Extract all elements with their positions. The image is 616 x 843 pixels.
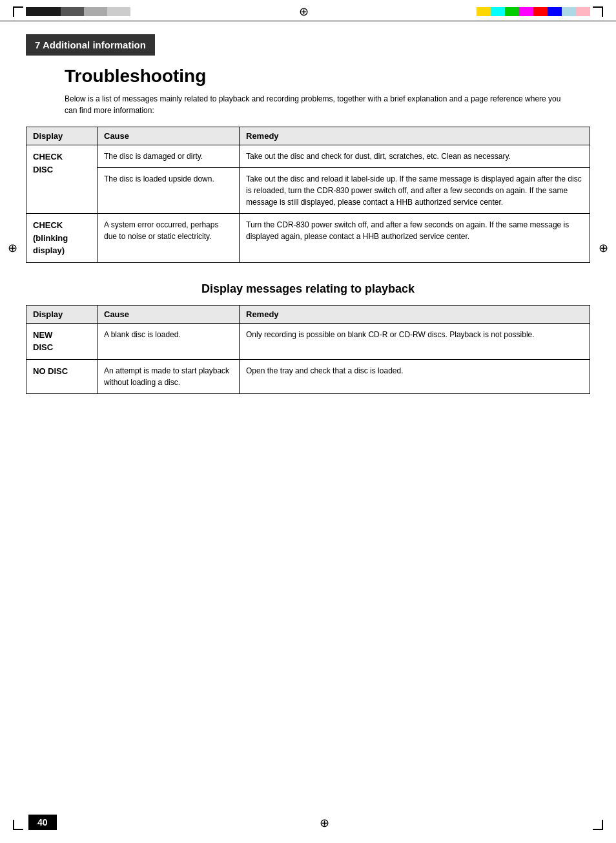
table2-header-display: Display <box>26 305 98 323</box>
remedy-no-disc: Open the tray and check that a disc is l… <box>240 359 590 393</box>
page-content: 7 Additional information Troubleshooting… <box>0 21 616 439</box>
remedy-new-disc: Only recording is possible on blank CD-R… <box>240 323 590 359</box>
table1-header-display: Display <box>26 127 98 145</box>
top-left-corner-mark <box>13 6 23 17</box>
cause-check-disc-1: The disc is damaged or dirty. <box>98 145 240 168</box>
trouble-table-2: Display Cause Remedy NEWDISC A blank dis… <box>26 305 590 394</box>
remedy-check-blinking: Turn the CDR-830 power switch off, and a… <box>240 214 590 263</box>
section-title: Troubleshooting <box>65 66 590 87</box>
right-crosshair: ⊕ <box>599 241 608 255</box>
bottom-crosshair: ⊕ <box>320 816 329 830</box>
trouble-table-1: Display Cause Remedy CHECKDISC The disc … <box>26 127 590 263</box>
left-crosshair: ⊕ <box>8 241 17 255</box>
left-grayscale-bar <box>26 7 130 16</box>
table-row: CHECKDISC The disc is damaged or dirty. … <box>26 145 590 168</box>
top-decoration-bar <box>0 0 616 21</box>
table2-header-remedy: Remedy <box>240 305 590 323</box>
display-no-disc: NO DISC <box>26 359 98 393</box>
intro-paragraph: Below is a list of messages mainly relat… <box>65 93 568 116</box>
cause-new-disc: A blank disc is loaded. <box>98 323 240 359</box>
chapter-header: 7 Additional information <box>26 34 155 56</box>
table-row: NO DISC An attempt is made to start play… <box>26 359 590 393</box>
cause-check-disc-2: The disc is loaded upside down. <box>98 168 240 214</box>
top-crosshair <box>297 5 310 18</box>
top-right-corner-mark <box>593 6 603 17</box>
cause-no-disc: An attempt is made to start playback wit… <box>98 359 240 393</box>
bottom-bar: 40 ⊕ <box>0 815 616 830</box>
display-check-disc: CHECKDISC <box>26 145 98 214</box>
table-row: The disc is loaded upside down. Take out… <box>26 168 590 214</box>
right-color-bar <box>477 7 590 16</box>
bottom-right-corner <box>593 820 603 830</box>
bottom-left-corner <box>13 820 23 830</box>
page-number: 40 <box>28 815 57 830</box>
display-check-blinking: CHECK(blinkingdisplay) <box>26 214 98 263</box>
table2-header-cause: Cause <box>98 305 240 323</box>
cause-check-blinking: A system error occurred, perhaps due to … <box>98 214 240 263</box>
subsection-title: Display messages relating to playback <box>26 282 590 296</box>
remedy-check-disc-1: Take out the disc and check for dust, di… <box>240 145 590 168</box>
table-row: NEWDISC A blank disc is loaded. Only rec… <box>26 323 590 359</box>
display-new-disc: NEWDISC <box>26 323 98 359</box>
remedy-check-disc-2: Take out the disc and reload it label-si… <box>240 168 590 214</box>
table-row: CHECK(blinkingdisplay) A system error oc… <box>26 214 590 263</box>
table1-header-remedy: Remedy <box>240 127 590 145</box>
table1-header-cause: Cause <box>98 127 240 145</box>
